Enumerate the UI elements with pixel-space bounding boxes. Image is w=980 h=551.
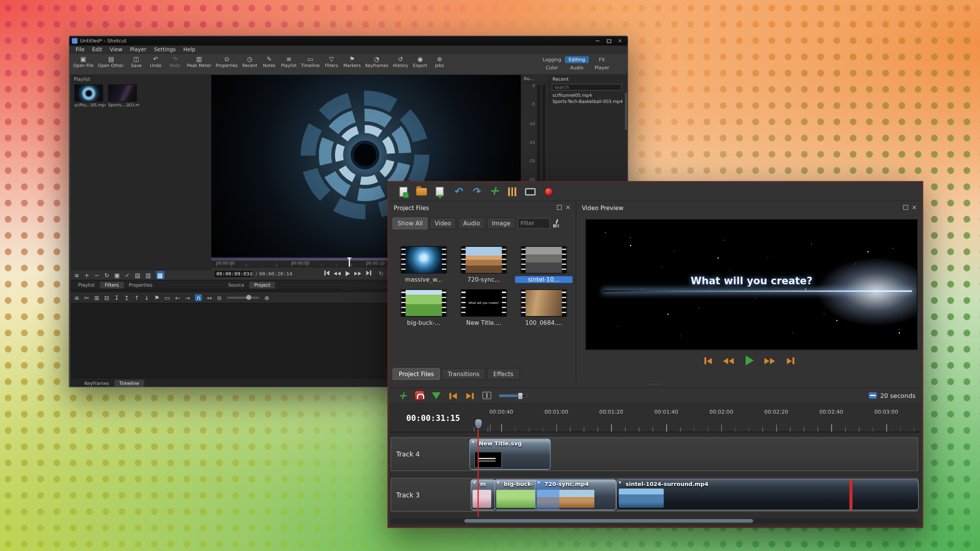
recent-scrollbar[interactable] — [625, 93, 627, 130]
close-panel-icon[interactable] — [911, 204, 917, 210]
tab-project[interactable]: Project — [249, 282, 275, 289]
fast-forward-button[interactable] — [354, 269, 362, 278]
recent-search-input[interactable] — [552, 84, 622, 91]
update-icon[interactable]: ↻ — [105, 271, 109, 279]
save-button[interactable]: ◫Save — [129, 55, 144, 68]
new-project-button[interactable] — [395, 184, 412, 199]
timeline-horizontal-scrollbar[interactable] — [390, 518, 918, 523]
open-icon[interactable]: ▣ — [114, 271, 120, 279]
skip-previous-button[interactable] — [324, 269, 329, 278]
zoom-slider[interactable] — [227, 297, 260, 299]
project-file-item[interactable]: massive_w... — [395, 246, 452, 283]
filter-tab-show-all[interactable]: Show All — [392, 217, 428, 229]
filter-tab-image[interactable]: Image — [487, 217, 516, 229]
undo-button[interactable]: ↶Undo — [148, 55, 163, 68]
keyframes-button[interactable]: ◔Keyframes — [365, 55, 389, 68]
add-track-button[interactable] — [397, 390, 407, 401]
redo-button[interactable] — [467, 184, 484, 199]
rewind-button[interactable] — [720, 355, 737, 366]
panel-splitter-handle[interactable]: ····· — [389, 382, 922, 387]
undo-button[interactable] — [449, 184, 466, 199]
tab-keyframes[interactable]: Keyframes — [79, 380, 114, 387]
tab-timeline[interactable]: Timeline — [114, 380, 144, 387]
menu-icon[interactable]: ≡ — [74, 294, 79, 301]
play-button[interactable] — [345, 269, 350, 278]
clip-menu-icon[interactable]: ▾ — [619, 480, 621, 486]
open-other-button[interactable]: ▤Open Other. — [98, 55, 124, 68]
markers-button[interactable]: ⚑Markers — [343, 55, 361, 68]
project-file-item[interactable]: sintel-10... — [515, 246, 572, 283]
scrub-icon[interactable]: ↔ — [207, 294, 212, 301]
next-edit-icon[interactable]: → — [185, 294, 190, 301]
maximize-icon[interactable] — [604, 37, 614, 44]
recent-item[interactable]: scifitunnel05.mp4 — [549, 93, 627, 99]
filter-input[interactable] — [518, 218, 550, 228]
mode-fx[interactable]: FX — [590, 56, 614, 63]
clip-m[interactable]: ▾m — [470, 479, 495, 510]
zoom-slider[interactable] — [499, 394, 528, 397]
cut-icon[interactable]: ✂ — [84, 294, 89, 301]
track-lane[interactable]: ▾New Title.svg — [391, 438, 918, 470]
clip-menu-icon[interactable]: ▾ — [472, 439, 475, 445]
filter-tab-video[interactable]: Video — [430, 217, 456, 229]
mode-player[interactable]: Player — [590, 64, 614, 71]
menu-item-view[interactable]: View — [106, 46, 126, 52]
recent-button[interactable]: ◷Recent — [242, 55, 258, 68]
history-button[interactable]: ↺History — [393, 55, 408, 68]
choose-profile-button[interactable] — [504, 184, 521, 199]
close-panel-icon[interactable] — [565, 204, 571, 210]
float-panel-icon[interactable] — [903, 205, 908, 210]
dock-tab-effects[interactable]: Effects — [487, 368, 519, 380]
zoom-in-icon[interactable]: ⊕ — [265, 294, 270, 301]
lift-icon[interactable]: ↑ — [134, 294, 139, 301]
play-button[interactable] — [741, 355, 758, 366]
rewind-button[interactable] — [333, 269, 341, 278]
fullscreen-button[interactable] — [522, 184, 539, 199]
zoom-fit-icon[interactable] — [869, 392, 877, 398]
clip-sintel-1024-surround-mp4[interactable]: ▾sintel-1024-surround.mp4 — [616, 479, 919, 510]
menu-icon[interactable]: ≡ — [74, 271, 79, 279]
timecode-spinner-icon[interactable] — [249, 271, 253, 276]
menu-item-edit[interactable]: Edit — [88, 46, 106, 52]
scrub-playhead[interactable] — [349, 258, 350, 267]
filter-tab-audio[interactable]: Audio — [458, 217, 485, 229]
menu-item-help[interactable]: Help — [180, 46, 199, 52]
marker-icon[interactable]: ⚑ — [154, 294, 160, 301]
loop-icon[interactable] — [379, 271, 383, 277]
mode-logging[interactable]: Logging — [540, 56, 564, 63]
razor-button[interactable] — [431, 390, 441, 401]
playlist-item[interactable]: Sports-...003.mp4 — [108, 84, 139, 107]
tab-filters[interactable]: Filters — [100, 282, 124, 289]
prev-marker-button[interactable] — [448, 390, 458, 401]
filters-button[interactable]: ▽Filters — [324, 55, 339, 68]
overwrite-icon[interactable]: ↓ — [144, 294, 149, 301]
project-file-item[interactable]: What will you create?New Title.... — [455, 289, 513, 326]
menu-item-file[interactable]: File — [72, 46, 88, 52]
mode-color[interactable]: Color — [540, 64, 564, 71]
scrollbar-thumb[interactable] — [464, 519, 753, 523]
copy-icon[interactable]: ⊞ — [94, 294, 99, 301]
view-details-icon[interactable]: ▤ — [135, 271, 140, 279]
save-project-button[interactable] — [431, 184, 448, 199]
ripple-delete-icon[interactable]: ↥ — [124, 294, 129, 301]
mode-audio[interactable]: Audio — [565, 64, 589, 71]
minimize-icon[interactable] — [593, 37, 603, 44]
close-icon[interactable]: × — [615, 37, 625, 44]
skip-next-button[interactable] — [366, 269, 371, 278]
clip-new-title-svg[interactable]: ▾New Title.svg — [469, 439, 550, 470]
project-file-item[interactable]: big-buck-... — [395, 289, 452, 326]
tab-properties[interactable]: Properties — [124, 282, 158, 289]
clip-big-buck[interactable]: ▾big-buck- — [494, 479, 538, 510]
center-playhead-button[interactable] — [482, 390, 492, 401]
import-files-button[interactable] — [486, 184, 503, 199]
recent-item[interactable]: Sports-Tech-Basketball-003.mp4 — [549, 99, 627, 105]
clear-filter-icon[interactable] — [552, 219, 560, 227]
menu-item-player[interactable]: Player — [126, 46, 150, 52]
tab-playlist[interactable]: Playlist — [73, 282, 100, 289]
menu-item-settings[interactable]: Settings — [150, 46, 180, 52]
append-icon[interactable]: ↧ — [114, 294, 119, 301]
clip-menu-icon[interactable]: ▾ — [497, 480, 500, 486]
timeline-button[interactable]: ▭Timeline — [301, 55, 320, 68]
jobs-button[interactable]: ⊛Jobs — [432, 55, 447, 68]
float-panel-icon[interactable] — [557, 205, 562, 210]
